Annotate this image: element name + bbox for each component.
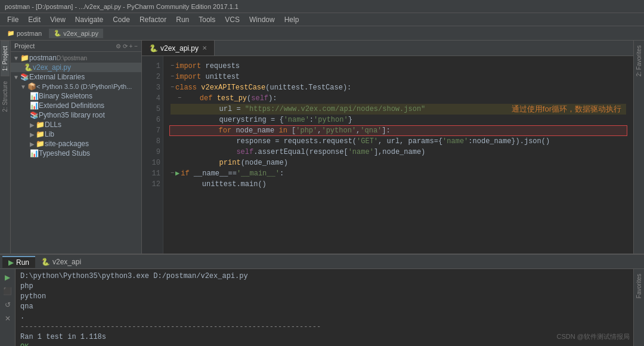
code-line-3: − class v2exAPITestCase(unittest.TestCas… [171, 82, 626, 93]
expand-arrow: ▼ [13, 55, 19, 61]
menu-item-run[interactable]: Run [171, 14, 194, 25]
output-separator: ----------------------------------------… [20, 322, 628, 332]
collapse-3: − [171, 82, 174, 93]
tree-python35-lib-label: Python35 library root [39, 111, 105, 119]
tree-binary-skeletons[interactable]: 📊 Binary Skeletons [11, 91, 141, 101]
panel-tab-structure[interactable]: 2: Structure [1, 76, 10, 117]
site-icon: 📁 [36, 140, 45, 148]
sidebar-title: Project [14, 42, 116, 50]
editor-tabs: 🐍 v2ex_api.py ✕ [142, 41, 633, 56]
collapse-2: − [171, 72, 174, 82]
py-icon: 🐍 [54, 30, 61, 36]
menu-item-help[interactable]: Help [280, 14, 304, 25]
py-run-icon: 🐍 [41, 258, 50, 266]
rerun-button[interactable]: ↺ [2, 299, 14, 311]
sidebar-header: Project ⚙ ⟳ + − [11, 41, 141, 52]
folder-icon: 📁 [20, 54, 29, 62]
tree-ext-libs[interactable]: ▼ 📚 External Libraries [11, 72, 141, 82]
menu-item-navigate[interactable]: Navigate [70, 14, 108, 25]
output-ok: OK [20, 342, 628, 346]
tree-dlls[interactable]: ▶ 📁 DLLs [11, 120, 141, 129]
bottom-right-panel: Favorites [633, 269, 644, 346]
editor-tab-icon: 🐍 [149, 44, 158, 52]
output-ran: Ran 1 test in 1.118s [20, 332, 628, 342]
watermark-text: CSDN @软件测试情报局 [557, 333, 630, 340]
lib-icon-1: 📊 [30, 92, 39, 100]
right-tab-favorites[interactable]: 2: Favorites [634, 41, 643, 81]
project-tab-label-2: v2ex_api.py [63, 30, 98, 37]
project-tabs: 📁 postman 🐍 v2ex_api.py [0, 26, 644, 41]
output-php: php [20, 282, 628, 292]
tree-dlls-label: DLLs [45, 121, 61, 129]
menu-item-code[interactable]: Code [108, 14, 135, 25]
project-tab-postman[interactable]: 📁 postman [2, 29, 47, 38]
code-line-11: − ▶ if __name__=='__main__': [171, 168, 626, 179]
menubar: FileEditViewNavigateCodeRefactorRunTools… [0, 13, 644, 26]
stop-button[interactable]: ⬛ [2, 285, 14, 297]
tree-ext-libs-label: External Libraries [29, 73, 85, 81]
code-line-1: − import requests [171, 61, 626, 72]
tree-postman[interactable]: ▼ 📁 postman D:\postman [11, 53, 141, 63]
tree-typeshed[interactable]: 📊 Typeshed Stubs [11, 149, 141, 158]
right-panel: 2: Favorites [633, 41, 644, 254]
project-tab-label: postman [17, 30, 42, 37]
tree-extended-defs-label: Extended Definitions [39, 101, 104, 110]
tree-python35[interactable]: ▼ 📦 < Python 3.5.0 (D:\Python\Pyth... [11, 82, 141, 91]
tree-label: postman [29, 54, 57, 62]
menu-item-edit[interactable]: Edit [23, 14, 45, 25]
output-cmd: D:\python\Python35\python3.exe D:/postma… [20, 271, 628, 282]
sidebar: Project ⚙ ⟳ + − ▼ 📁 postman D:\postman 🐍… [11, 41, 142, 254]
titlebar: postman - [D:/postman] - .../v2ex_api.py… [0, 0, 644, 13]
line-numbers: 1 2 3 4 5 6 7 8 9 10 11 12 [142, 56, 163, 254]
panel-tab-project[interactable]: 1: Project [1, 41, 10, 76]
bottom-panel: ▶ Run 🐍 v2ex_api ▶ ⬛ ↺ ✕ D:\python\Pytho… [0, 254, 644, 346]
bottom-tab-run-label: Run [16, 258, 29, 267]
sidebar-icons: ⚙ ⟳ + − [116, 43, 138, 50]
title-text: postman - [D:/postman] - .../v2ex_api.py… [5, 3, 239, 10]
code-line-9: self.assertEqual(response['name'],node_n… [171, 147, 626, 157]
collapse-1: − [171, 61, 174, 72]
tree-site-packages[interactable]: ▶ 📁 site-packages [11, 139, 141, 149]
expand-arrow-lib: ▶ [30, 131, 35, 138]
dlls-icon: 📁 [36, 121, 45, 129]
menu-item-tools[interactable]: Tools [194, 14, 220, 25]
tree-lib[interactable]: ▶ 📁 Lib [11, 129, 141, 139]
tree-v2ex[interactable]: 🐍 v2ex_api.py [11, 63, 141, 72]
annotation-text: 通过使用for循环，数据驱动执行 [512, 104, 621, 113]
lib-folder-icon: 📁 [36, 130, 45, 138]
code-line-10: print(node_name) [171, 157, 626, 168]
tree-extended-defs[interactable]: 📊 Extended Definitions [11, 101, 141, 110]
code-line-8: response = requests.request('GET', url, … [171, 136, 626, 147]
code-area[interactable]: 1 2 3 4 5 6 7 8 9 10 11 12 − import requ… [142, 56, 633, 254]
watermark: CSDN @软件测试情报局 [557, 332, 630, 341]
expand-arrow-site: ▶ [30, 141, 35, 147]
tree-python35-label: < Python 3.5.0 (D:\Python\Pyth... [36, 83, 132, 90]
project-tab-v2ex[interactable]: 🐍 v2ex_api.py [49, 29, 103, 38]
ext-libs-icon: 📚 [20, 73, 29, 81]
bottom-tabs: ▶ Run 🐍 v2ex_api [0, 255, 644, 269]
tree-v2ex-label: v2ex_api.py [33, 63, 71, 72]
editor-tab-close[interactable]: ✕ [202, 45, 207, 51]
annotation: 通过使用for循环，数据驱动执行 [512, 104, 621, 115]
collapse-11: − [171, 168, 174, 179]
menu-item-vcs[interactable]: VCS [220, 14, 244, 25]
code-content[interactable]: − import requests − import unittest − cl… [163, 56, 633, 254]
menu-item-window[interactable]: Window [244, 14, 280, 25]
menu-item-file[interactable]: File [2, 14, 23, 25]
output-python: python [20, 292, 628, 302]
close-run[interactable]: ✕ [2, 313, 14, 325]
favorites-tab[interactable]: Favorites [634, 269, 643, 303]
editor-tab-v2ex[interactable]: 🐍 v2ex_api.py ✕ [142, 41, 215, 55]
code-line-2: − import unittest [171, 72, 626, 82]
bottom-tab-run[interactable]: ▶ Run [2, 256, 35, 268]
run-button[interactable]: ▶ [2, 271, 14, 283]
expand-arrow-3: ▼ [20, 84, 26, 90]
code-line-6: querystring = {'name':'python'} [171, 115, 626, 125]
bottom-tab-v2ex[interactable]: 🐍 v2ex_api [35, 257, 87, 267]
tree-python35-lib[interactable]: 📚 Python35 library root [11, 110, 141, 120]
code-line-12: unittest.main() [171, 179, 626, 190]
bottom-tab-v2ex-label: v2ex_api [52, 258, 81, 266]
editor: 🐍 v2ex_api.py ✕ 1 2 3 4 5 6 7 8 9 10 11 … [142, 41, 633, 254]
menu-item-refactor[interactable]: Refactor [135, 14, 171, 25]
menu-item-view[interactable]: View [45, 14, 70, 25]
